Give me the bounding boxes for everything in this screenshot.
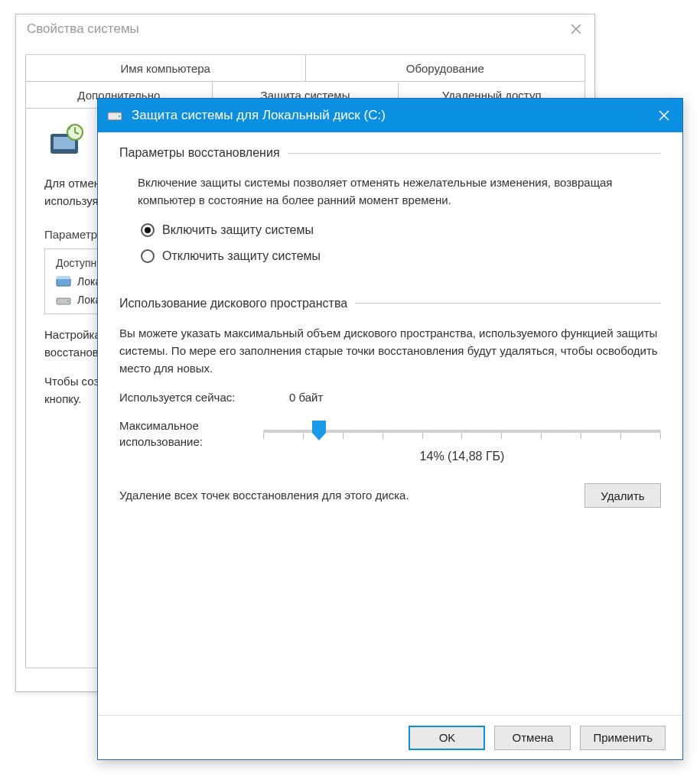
current-usage-label: Используется сейчас: (119, 391, 280, 404)
group-title-restore: Параметры восстановления (119, 146, 280, 160)
back-close-button[interactable] (558, 15, 594, 44)
dialog-body: Параметры восстановления Включение защит… (98, 132, 682, 715)
group-title-disk: Использование дискового пространства (119, 297, 347, 310)
delete-description: Удаление всех точек восстановления для э… (119, 487, 571, 505)
restore-settings-description: Включение защиты системы позволяет отмен… (138, 174, 661, 210)
radio-disable-protection[interactable]: Отключить защиту системы (141, 249, 661, 263)
close-icon (571, 24, 581, 34)
current-usage-value: 0 байт (289, 391, 323, 404)
dialog-close-button[interactable] (646, 99, 682, 132)
disk-usage-group: Использование дискового пространства Вы … (119, 297, 661, 508)
separator (288, 153, 661, 154)
drive-icon (56, 294, 71, 306)
radio-icon (141, 223, 155, 237)
slider-ticks (263, 433, 661, 440)
radio-icon (141, 249, 155, 263)
max-usage-label: Максимальное использование: (119, 417, 249, 450)
system-protection-dialog: Защита системы для Локальный диск (C:) П… (97, 98, 683, 760)
dialog-footer: OK Отмена Применить (98, 715, 682, 759)
radio-enable-protection[interactable]: Включить защиту системы (141, 223, 661, 237)
cancel-button[interactable]: Отмена (494, 726, 571, 750)
svg-point-7 (67, 301, 69, 302)
back-titlebar: Свойства системы (16, 15, 594, 44)
tab-hardware[interactable]: Оборудование (306, 55, 585, 81)
svg-point-9 (119, 115, 120, 117)
radio-enable-label: Включить защиту системы (162, 223, 314, 237)
tab-row-1: Имя компьютера Оборудование (26, 55, 584, 82)
drive-icon (107, 109, 122, 122)
separator (355, 303, 661, 304)
drive-icon (56, 275, 71, 288)
dialog-title: Защита системы для Локальный диск (C:) (132, 108, 386, 123)
back-window-title: Свойства системы (27, 21, 139, 37)
restore-settings-group: Параметры восстановления Включение защит… (119, 146, 661, 263)
delete-row: Удаление всех точек восстановления для э… (119, 483, 661, 508)
system-restore-icon (44, 120, 87, 163)
radio-disable-label: Отключить защиту системы (162, 249, 321, 263)
svg-rect-5 (57, 276, 70, 279)
front-titlebar: Защита системы для Локальный диск (C:) (98, 99, 682, 132)
disk-usage-description: Вы можете указать максимальный объем дис… (119, 324, 661, 378)
ok-button[interactable]: OK (409, 726, 485, 750)
svg-rect-4 (57, 278, 70, 286)
max-usage-slider[interactable]: 14% (14,88 ГБ) (263, 417, 661, 463)
max-usage-row: Максимальное использование: 14% (14,88 Г… (119, 417, 661, 463)
apply-button[interactable]: Применить (580, 726, 666, 750)
close-icon (659, 110, 669, 121)
current-usage-row: Используется сейчас: 0 байт (119, 391, 661, 404)
tab-computer-name[interactable]: Имя компьютера (26, 55, 306, 81)
slider-value-text: 14% (14,88 ГБ) (263, 450, 661, 463)
delete-button[interactable]: Удалить (584, 483, 661, 508)
